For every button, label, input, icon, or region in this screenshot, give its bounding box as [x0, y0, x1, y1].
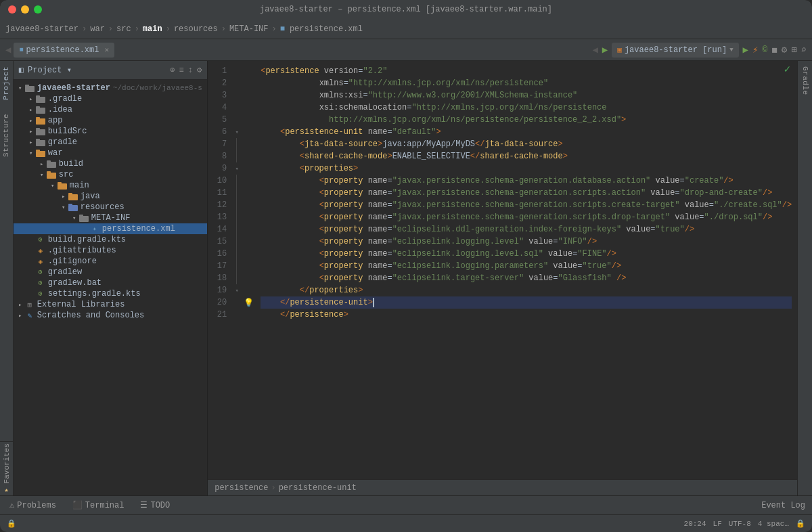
- status-bar: 🔒 20:24 LF UTF-8 4 spac… 🔒: [0, 514, 812, 532]
- code-line-14: <property name="eclipselink.ddl-generati…: [261, 223, 792, 236]
- hint-18: [242, 272, 255, 284]
- breadcrumb-war[interactable]: war: [90, 24, 105, 34]
- hint-5: [242, 114, 255, 126]
- nav-back-button[interactable]: ◀: [5, 44, 11, 56]
- toolbar-left: ◀ ■ persistence.xml ✕: [5, 43, 588, 58]
- fold-8: [236, 150, 242, 162]
- tree-item-build-gradle[interactable]: ⚙ build.gradle.kts: [14, 234, 207, 245]
- project-sort-icon[interactable]: ↕: [188, 66, 193, 75]
- breadcrumb-file[interactable]: persistence.xml: [290, 24, 363, 34]
- tree-item-gitattributes[interactable]: ◈ .gitattributes: [14, 245, 207, 256]
- breadcrumb-persistence[interactable]: persistence: [215, 483, 268, 493]
- breadcrumb-main[interactable]: main: [143, 24, 162, 34]
- line-ending[interactable]: LF: [713, 520, 722, 528]
- fold-19[interactable]: ▾: [232, 284, 242, 296]
- minimize-button[interactable]: [21, 5, 29, 14]
- run-button[interactable]: ▶: [743, 44, 748, 56]
- tree-item-meta-inf[interactable]: ▾ META-INF: [14, 213, 207, 223]
- bulb-icon[interactable]: 💡: [244, 298, 254, 308]
- hint-gutter: 💡: [242, 61, 255, 479]
- tree-item-gradlew[interactable]: ⚙ gradlew: [14, 267, 207, 278]
- search-button[interactable]: ⌕: [801, 44, 807, 56]
- encoding[interactable]: UTF-8: [729, 520, 751, 528]
- breadcrumb-resources[interactable]: resources: [174, 24, 218, 34]
- project-gear-icon[interactable]: ⚙: [197, 65, 202, 75]
- tree-item-build[interactable]: ▸ build: [14, 158, 207, 169]
- fold-6[interactable]: ▾: [232, 126, 242, 138]
- event-log-link[interactable]: Event Log: [761, 501, 805, 510]
- war-label: war: [48, 148, 63, 158]
- svg-rect-13: [36, 150, 40, 152]
- gradle-side-label[interactable]: Gradle: [801, 66, 809, 95]
- tree-item-scratches[interactable]: ▸ ✎ Scratches and Consoles: [14, 310, 207, 321]
- cursor-position[interactable]: 20:24: [684, 520, 706, 528]
- fold-9[interactable]: ▾: [232, 162, 242, 175]
- hint-1: [242, 65, 255, 77]
- folder-icon-gradle2: [35, 137, 46, 147]
- tree-item-settings-gradle[interactable]: ⚙ settings.gradle.kts: [14, 288, 207, 299]
- code-text-16: <property name="eclipselink.logging.leve…: [261, 248, 616, 260]
- breadcrumb-javaee8-starter[interactable]: javaee8-starter: [5, 24, 78, 34]
- gitignore-label: .gitignore: [48, 257, 97, 266]
- breadcrumb-src[interactable]: src: [116, 24, 131, 34]
- breadcrumb-meta-inf[interactable]: META-INF: [229, 24, 269, 34]
- traffic-lights: [8, 5, 42, 14]
- close-tab-icon[interactable]: ✕: [104, 45, 109, 54]
- lock-icon-area: 🔒: [7, 519, 16, 528]
- coverage-button[interactable]: ©: [762, 45, 767, 55]
- favorites-label[interactable]: Favorites: [3, 443, 11, 483]
- close-button[interactable]: [8, 5, 16, 14]
- problems-tab[interactable]: ⚠ Problems: [7, 500, 59, 510]
- nav-forward-active[interactable]: ▶: [602, 44, 608, 56]
- tree-item-gradle-folder[interactable]: ▸ gradle: [14, 137, 207, 148]
- stop-button[interactable]: ◼: [771, 44, 777, 56]
- maximize-button[interactable]: [34, 5, 42, 14]
- tree-item-war[interactable]: ▾ war: [14, 148, 207, 158]
- tree-item-root[interactable]: ▾ javaee8-starter ~/doc/work/javaee8-s: [14, 83, 207, 93]
- file-tab-persistence-xml[interactable]: ■ persistence.xml ✕: [14, 43, 114, 58]
- project-settings-icon[interactable]: ⊕: [170, 65, 175, 75]
- tree-item-idea[interactable]: ▸ .idea: [14, 104, 207, 115]
- breadcrumb-persistence-unit[interactable]: persistence-unit: [279, 483, 357, 493]
- tree-item-gradle-dir[interactable]: ▸ .gradle: [14, 93, 207, 104]
- run-config-dropdown[interactable]: ▣ javaee8-starter [run] ▼: [612, 43, 738, 58]
- nav-forward-button[interactable]: ◀: [592, 44, 597, 56]
- project-tree: ▾ javaee8-starter ~/doc/work/javaee8-s ▸…: [14, 80, 207, 495]
- build-button[interactable]: ⚙: [782, 44, 787, 56]
- project-label[interactable]: Project: [2, 66, 10, 100]
- code-line-12: <property name="javax.persistence.schema…: [261, 199, 792, 211]
- project-scroll-icon[interactable]: ≡: [179, 66, 184, 75]
- hint-21: [242, 309, 255, 321]
- tree-item-java[interactable]: ▸ java: [14, 191, 207, 202]
- svg-rect-10: [36, 140, 45, 146]
- tree-item-resources[interactable]: ▾ resources: [14, 202, 207, 213]
- code-text-9: <properties>: [261, 162, 358, 175]
- tree-item-src[interactable]: ▾ src: [14, 169, 207, 180]
- hint-12: [242, 199, 255, 211]
- debug-button[interactable]: ⚡: [752, 44, 758, 56]
- terminal-tab[interactable]: ⬛ Terminal: [70, 500, 127, 510]
- structure-label[interactable]: Structure: [2, 114, 10, 157]
- xml-file-icon-tree: ✦: [89, 224, 100, 234]
- project-structure-button[interactable]: ⊞: [791, 44, 796, 56]
- status-left: 🔒: [7, 519, 676, 528]
- tree-item-app[interactable]: ▸ app: [14, 115, 207, 126]
- code-editor[interactable]: ✓ <persistence version="2.2" xmlns="http…: [255, 61, 797, 479]
- tree-item-buildsrc[interactable]: ▸ buildSrc: [14, 126, 207, 137]
- tree-item-gradlew-bat[interactable]: ⚙ gradlew.bat: [14, 278, 207, 288]
- svg-rect-6: [36, 118, 45, 125]
- indent[interactable]: 4 spac…: [758, 520, 789, 528]
- meta-inf-label: META-INF: [91, 213, 131, 223]
- code-line-2: xmlns="http://xmlns.jcp.org/xml/ns/persi…: [261, 77, 792, 89]
- tree-item-gitignore[interactable]: ◈ .gitignore: [14, 256, 207, 267]
- gradle-dir-label: .gradle: [48, 94, 82, 104]
- tree-item-external-libs[interactable]: ▸ ⊞ External Libraries: [14, 299, 207, 310]
- svg-rect-2: [36, 97, 45, 103]
- fold-gutter: ▾ ▾ ▾: [232, 61, 242, 479]
- svg-rect-5: [36, 106, 40, 108]
- fold-16: [236, 248, 242, 260]
- tree-item-persistence-xml[interactable]: ✦ persistence.xml: [14, 223, 207, 234]
- tree-item-main[interactable]: ▾ main: [14, 180, 207, 191]
- folder-icon-src: [46, 170, 57, 179]
- todo-tab[interactable]: ☰ TODO: [137, 500, 173, 510]
